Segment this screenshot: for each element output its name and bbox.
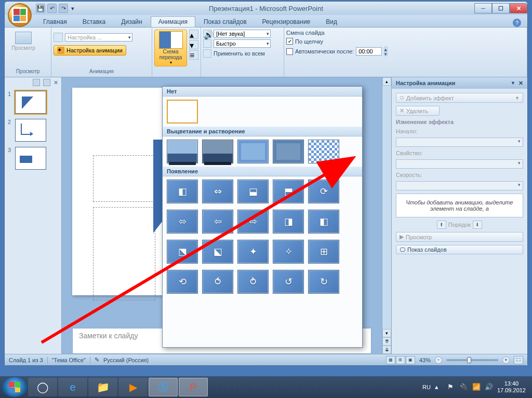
vertical-scrollbar[interactable]: ▴ ▾ ⇈ ⇊ (382, 77, 391, 354)
tab-insert[interactable]: Вставка (75, 17, 113, 27)
transition-item[interactable] (273, 140, 304, 163)
spellcheck-icon[interactable]: ✎ (95, 356, 99, 363)
qat-save-icon[interactable]: 💾 (36, 4, 45, 13)
gallery-row-up-icon[interactable]: ▴ (189, 30, 198, 39)
zoom-slider[interactable] (446, 359, 498, 361)
minimize-button[interactable]: ─ (474, 3, 492, 13)
transition-item[interactable]: ↺ (273, 270, 304, 294)
tray-volume-icon[interactable]: 🔊 (485, 383, 493, 391)
slideshow-view-icon[interactable]: ▣ (406, 356, 415, 364)
transition-item[interactable]: ⬕ (202, 240, 233, 264)
qat-redo-icon[interactable]: ↷ (59, 4, 68, 13)
tray-power-icon[interactable]: 🔌 (460, 383, 468, 391)
pane-menu-icon[interactable]: ▼ (511, 80, 515, 86)
transition-sound-dropdown[interactable]: [Нет звука]▾ (214, 30, 271, 38)
transition-item[interactable]: ⊞ (308, 240, 339, 264)
gallery-row-down-icon[interactable]: ▾ (189, 40, 198, 49)
taskbar-ie-icon[interactable]: е (58, 378, 87, 396)
maximize-button[interactable]: ☐ (492, 3, 510, 13)
apply-to-all-button[interactable]: Применить ко всем (203, 49, 265, 58)
start-button[interactable] (2, 377, 27, 397)
auto-after-time-input[interactable] (356, 47, 382, 56)
custom-animation-dropdown[interactable]: Настройка ...▾ (65, 33, 132, 42)
auto-after-checkbox[interactable] (286, 48, 293, 55)
taskbar-media-icon[interactable]: ▶ (118, 378, 148, 396)
slide-thumbnail[interactable] (15, 119, 46, 142)
tab-animation[interactable]: Анимация (151, 16, 195, 27)
transition-item[interactable]: ⬒ (273, 180, 304, 203)
scroll-up-icon[interactable]: ▴ (382, 77, 391, 86)
help-icon[interactable]: ? (513, 19, 521, 27)
transition-item[interactable]: ◨ (273, 210, 304, 234)
transition-item[interactable] (237, 140, 269, 163)
tray-chevron-icon[interactable]: ▴ (435, 383, 443, 391)
taskbar-explorer-icon[interactable]: 📁 (88, 378, 117, 396)
slides-tab-icon[interactable] (43, 79, 50, 86)
zoom-level[interactable]: 43% (419, 357, 431, 363)
transition-item[interactable]: ✦ (237, 240, 269, 264)
start-dropdown[interactable] (396, 138, 523, 147)
tab-home[interactable]: Главная (36, 17, 74, 27)
transition-none[interactable] (167, 100, 198, 123)
next-slide-icon[interactable]: ⇊ (382, 346, 391, 354)
tray-clock[interactable]: 13:40 17.09.2012 (497, 380, 526, 394)
transition-item[interactable]: ⇨ (237, 210, 269, 234)
reorder-up-icon[interactable]: ⬆ (437, 221, 446, 229)
zoom-in-icon[interactable]: + (502, 356, 510, 364)
slide-thumbnail[interactable] (15, 147, 46, 170)
placeholder[interactable] (93, 207, 155, 300)
time-spinner-down[interactable]: ▾ (384, 51, 388, 56)
tray-flag-icon[interactable]: ⚑ (447, 383, 456, 391)
taskbar-skype-icon[interactable]: Ⓢ (149, 378, 178, 396)
slideshow-button[interactable]: 🖵 Показ слайдов (396, 245, 523, 254)
qat-customize-icon[interactable]: ▾ (70, 4, 75, 13)
fit-window-icon[interactable]: ⛶ (514, 356, 523, 364)
speed-dropdown[interactable] (396, 181, 523, 190)
transition-item[interactable]: ⥀ (202, 270, 233, 294)
transition-item[interactable]: ⇔ (202, 180, 233, 203)
placeholder[interactable] (93, 155, 155, 202)
transition-speed-dropdown[interactable]: Быстро▾ (214, 39, 271, 48)
outline-tab-icon[interactable] (33, 79, 40, 86)
scroll-down-icon[interactable]: ▾ (382, 329, 391, 337)
language-indicator[interactable]: Русский (Россия) (103, 357, 149, 363)
transition-item[interactable]: ✧ (273, 240, 304, 264)
taskbar-powerpoint-icon[interactable]: P (179, 378, 208, 396)
add-effect-button[interactable]: ✩ Добавить эффект ▼ (396, 93, 523, 103)
custom-animation-button[interactable]: ✦ Настройка анимации (54, 45, 126, 56)
transition-item[interactable]: ↻ (308, 270, 339, 294)
transition-item[interactable]: ⟳ (308, 180, 339, 203)
slide-thumbnail[interactable] (15, 91, 46, 114)
transition-scheme-button[interactable]: Схема перехода ▾ (154, 30, 187, 66)
tray-network-icon[interactable]: 📶 (472, 383, 481, 391)
panel-close-icon[interactable]: ✕ (54, 79, 58, 86)
play-button[interactable]: ▶ Просмотр (396, 232, 523, 242)
prev-slide-icon[interactable]: ⇈ (382, 337, 391, 346)
transition-item[interactable] (202, 140, 233, 163)
office-button[interactable] (8, 3, 32, 27)
transition-item[interactable]: ◧ (308, 210, 339, 234)
reorder-down-icon[interactable]: ⬇ (473, 221, 482, 229)
pane-close-icon[interactable]: ✕ (518, 80, 523, 87)
transition-item[interactable]: ◧ (167, 180, 198, 203)
close-button[interactable]: ✕ (510, 3, 527, 13)
transition-item[interactable] (167, 140, 198, 163)
transition-item[interactable]: ⟲ (167, 270, 198, 294)
tab-view[interactable]: Вид (318, 17, 344, 27)
tray-language[interactable]: RU (422, 384, 431, 390)
tab-design[interactable]: Дизайн (114, 17, 149, 27)
transition-item[interactable] (308, 140, 339, 163)
transition-item[interactable]: ⥁ (237, 270, 269, 294)
tab-review[interactable]: Рецензирование (255, 17, 318, 27)
on-click-checkbox[interactable]: ✔ (286, 38, 293, 45)
zoom-out-icon[interactable]: − (435, 356, 442, 364)
preview-button[interactable]: Просмотр (7, 30, 40, 53)
transition-item[interactable]: ⬓ (237, 180, 269, 203)
property-dropdown[interactable] (396, 159, 523, 169)
sorter-view-icon[interactable]: ⊞ (396, 356, 405, 364)
qat-undo-icon[interactable]: ↶ (47, 4, 57, 13)
taskbar-chrome-icon[interactable]: ◯ (28, 378, 57, 396)
remove-effect-button[interactable]: ✕ Удалить (396, 106, 440, 116)
transition-item[interactable]: ⬄ (167, 210, 198, 234)
tab-slideshow[interactable]: Показ слайдов (196, 17, 254, 27)
